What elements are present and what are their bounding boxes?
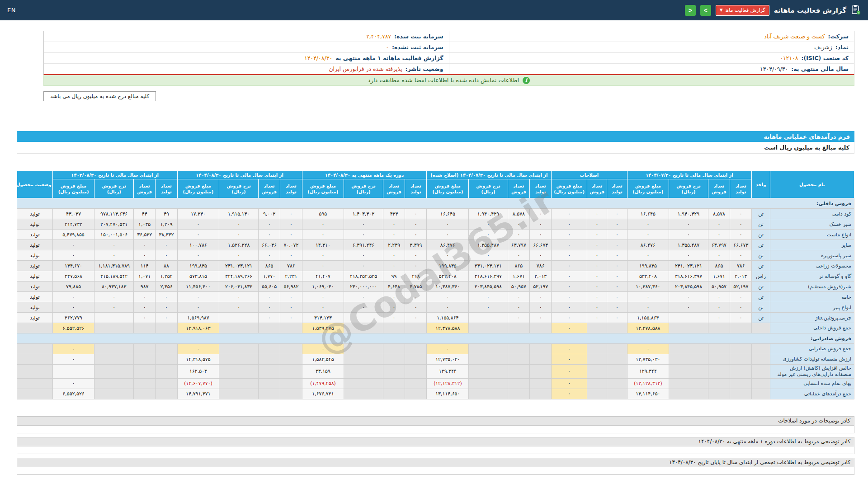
total-amount-cell: ۱۶۲,۵۰۳ <box>177 365 219 379</box>
info-row: نماد:زشریفسرمایه ثبت نشده:۰ <box>44 42 854 53</box>
value-cell: ۰ <box>133 302 155 313</box>
product-row: شیر پاستوریزهتن۰۰۰۰۰۰۰۰۰۰۰۰۰۰۰۰۰۰۰۰۰۰۰تو… <box>17 250 854 261</box>
value-cell: ۰ <box>427 219 469 230</box>
col-header-product: نام محصول <box>770 171 854 198</box>
value-cell: ۵۲,۱۹۷ <box>730 282 752 292</box>
value-cell: ۰ <box>133 292 155 302</box>
blank-cell <box>219 344 259 354</box>
value-cell: ۳۸,۳۴۲ <box>156 230 177 240</box>
value-cell: ۰ <box>280 302 302 313</box>
value-cell: ۰ <box>607 313 627 323</box>
value-cell: ۴۱۸,۲۵۲,۵۲۵ <box>344 271 383 282</box>
value-cell: ۰ <box>508 302 529 313</box>
value-cell: ۳۱۵,۱۸۹,۵۴۲ <box>94 271 134 282</box>
blank-cell <box>469 389 508 399</box>
table-body: فروش داخلی:کود دامیتن۰۸,۵۷۸۱,۹۴۰,۴۲۹۱۶,۶… <box>17 198 854 399</box>
value-cell: ۰ <box>302 261 344 271</box>
value-cell: ۰ <box>280 313 302 323</box>
sub-header: تعداد فروش <box>383 179 405 198</box>
blank-cell <box>219 389 259 399</box>
value-cell: ۶۳,۷۹۷ <box>708 240 730 250</box>
value-cell: ۰ <box>344 292 383 302</box>
value-cell: ۱۴,۳۱۰ <box>302 240 344 250</box>
value-cell: ۲,۲۳۹ <box>383 240 405 250</box>
value-cell: ۰ <box>552 240 587 250</box>
value-cell: ۰ <box>258 302 280 313</box>
section-label: فروش صادراتی: <box>17 333 854 344</box>
blank-cell <box>156 378 177 389</box>
info-label: شرکت: <box>828 33 849 40</box>
next-report-button[interactable]: < <box>700 5 711 16</box>
value-cell: ۴۱,۴۰۷ <box>302 271 344 282</box>
blank-cell <box>469 354 508 365</box>
info-row: شرکت:کشت و صنعت شریف آبادسرمایه ثبت شده:… <box>44 31 854 42</box>
report-select-label: گزارش فعالیت ماهانه <box>726 7 765 13</box>
value-cell: ۸۶۵ <box>508 261 529 271</box>
blank-cell <box>219 354 259 365</box>
footnote-content-0 <box>17 426 854 433</box>
blank-cell <box>730 365 752 379</box>
blank-cell <box>508 378 529 389</box>
report-clipboard-icon[interactable] <box>851 4 861 16</box>
value-cell: ۰ <box>730 250 752 261</box>
value-cell: ۰ <box>94 240 134 250</box>
value-cell: ۵۳۲,۴۰۸ <box>627 271 669 282</box>
language-toggle[interactable]: EN <box>7 7 16 14</box>
total-label-cell: بهای تمام شده انتسابی <box>770 378 854 389</box>
value-cell: ۲,۰۱۳ <box>730 271 752 282</box>
value-cell: ۰ <box>156 302 177 313</box>
blank-cell <box>17 378 53 389</box>
previous-report-button[interactable]: > <box>685 5 696 16</box>
value-cell: ۳۳۷,۵۶۸ <box>52 271 94 282</box>
blank-cell <box>156 389 177 399</box>
blank-cell <box>17 365 53 379</box>
blank-cell <box>219 365 259 379</box>
info-value[interactable]: کشت و صنعت شریف آباد <box>764 33 825 40</box>
sub-header: نرخ فروش (ریال) <box>94 179 134 198</box>
value-cell: ۱,۹۴۰,۴۲۹ <box>469 209 508 219</box>
group-header-4: از ابتدای سال مالی تا تاریخ ۱۴۰۴/۰۸/۳۰ <box>177 171 302 179</box>
value-cell: ۰ <box>587 240 607 250</box>
sub-header: تعداد تولید <box>530 179 552 198</box>
unit-cell: تن <box>752 240 770 250</box>
footnote-header-1: کادر توضیحی مربوط به اطلاعات دوره ۱ ماهه… <box>17 437 854 446</box>
footnotes: کادر توضیحات در مورد اصلاحاتکادر توضیحی … <box>17 416 854 475</box>
value-cell: ۱,۹۴۰,۴۲۹ <box>669 209 708 219</box>
info-value: ۱۴۰۴/۰۸/۳۰ <box>304 55 332 61</box>
footnote-header-0: کادر توضیحات در مورد اصلاحات <box>17 416 854 426</box>
value-cell: ۰ <box>587 250 607 261</box>
blank-cell <box>383 365 405 379</box>
value-cell: ۱,۰۶۹,۰۴۰ <box>302 282 344 292</box>
total-amount-cell: ۰ <box>52 344 94 354</box>
blank-cell <box>607 354 627 365</box>
status-cell: تولید <box>17 292 53 302</box>
blank-cell <box>669 389 708 399</box>
info-label: سال مالی منتهی به: <box>791 66 849 72</box>
blank-cell <box>280 389 302 399</box>
product-name-cell: انواع پنیر <box>770 302 854 313</box>
report-type-select[interactable]: گزارش فعالیت ماهانه ▼ <box>716 5 769 16</box>
company-info-section: شرکت:کشت و صنعت شریف آبادسرمایه ثبت شده:… <box>43 31 854 101</box>
sub-header: مبلغ فروش (میلیون ریال) <box>552 179 587 198</box>
value-cell: ۰ <box>669 219 708 230</box>
value-cell: ۹,۰۰۲ <box>258 209 280 219</box>
sub-header: مبلغ فروش (میلیون ریال) <box>177 179 219 198</box>
value-cell: ۰ <box>607 302 627 313</box>
value-cell: ۰ <box>607 271 627 282</box>
sub-header: تعداد تولید <box>607 179 627 198</box>
value-cell: ۵۶,۹۸۲ <box>280 282 302 292</box>
value-cell: ۰ <box>280 292 302 302</box>
value-cell: ۰ <box>669 302 708 313</box>
value-cell: ۱۹۹,۸۳۵ <box>427 261 469 271</box>
blank-cell <box>280 344 302 354</box>
value-cell: ۱,۱۵۵,۸۶۴ <box>627 313 669 323</box>
unit-cell: تن <box>752 219 770 230</box>
amounts-unit-note: کلیه مبالغ درج شده به میلیون ریال می باش… <box>43 91 156 101</box>
value-cell: ۰ <box>508 313 529 323</box>
value-cell: ۰ <box>258 219 280 230</box>
value-cell: ۰ <box>587 302 607 313</box>
product-name-cell: محصولات زراعی <box>770 261 854 271</box>
product-row: چربی,پروتئین,تناژتن۰۰۱,۱۵۵,۸۶۴۰۰۰۰۰۱,۱۵۵… <box>17 313 854 323</box>
value-cell: ۲,۳۵۶ <box>156 282 177 292</box>
blank-cell <box>133 323 155 333</box>
